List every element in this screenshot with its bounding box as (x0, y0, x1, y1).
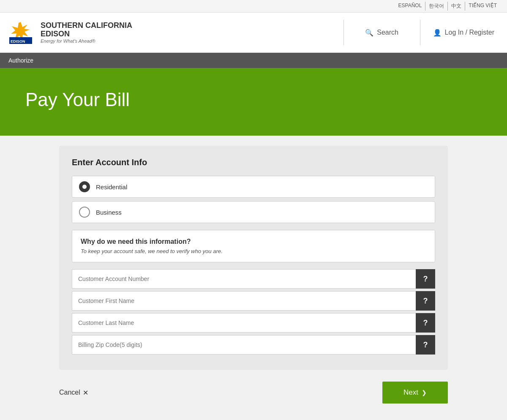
language-bar: ESPAÑOL 한국어 中文 TIẾNG VIỆT (0, 0, 507, 13)
account-number-help-button[interactable]: ? (416, 269, 435, 289)
radio-business[interactable]: Business (72, 201, 435, 223)
search-label: Search (377, 29, 398, 36)
search-icon: 🔍 (365, 29, 373, 37)
company-name-line1: SOUTHERN CALIFORNIA (41, 22, 132, 30)
breadcrumb: Authorize (0, 53, 507, 68)
last-name-help-button[interactable]: ? (416, 313, 435, 333)
first-name-row: ? (72, 291, 435, 311)
cancel-x-icon: ✕ (83, 389, 88, 397)
svg-text:EDISON: EDISON (11, 39, 25, 44)
lang-espanol[interactable]: ESPAÑOL (395, 2, 426, 11)
cancel-button[interactable]: Cancel ✕ (59, 385, 88, 400)
next-label: Next (403, 388, 418, 397)
zip-code-input[interactable] (72, 335, 435, 355)
breadcrumb-text: Authorize (8, 57, 33, 64)
hero-banner: Pay Your Bill (0, 68, 507, 136)
logo-text: SOUTHERN CALIFORNIA EDISON Energy for Wh… (41, 22, 132, 44)
lang-vietnamese[interactable]: TIẾNG VIỆT (465, 2, 500, 11)
first-name-input[interactable] (72, 291, 435, 311)
info-body: To keep your account safe, we need to ve… (81, 248, 426, 254)
form-card: Enter Account Info Residential Business … (59, 146, 448, 370)
radio-business-label: Business (96, 209, 122, 216)
lang-korean[interactable]: 한국어 (425, 2, 448, 11)
action-bar: Cancel ✕ Next ❯ (51, 382, 456, 404)
account-number-row: ? (72, 269, 435, 289)
cancel-label: Cancel (59, 389, 80, 396)
login-label: Log In / Register (445, 29, 494, 36)
site-header: EDISON SOUTHERN CALIFORNIA EDISON Energy… (0, 13, 507, 53)
info-heading: Why do we need this information? (81, 238, 426, 245)
last-name-input[interactable] (72, 313, 435, 333)
lang-chinese[interactable]: 中文 (448, 2, 465, 11)
login-section[interactable]: 👤 Log In / Register (420, 29, 507, 37)
sce-logo-icon: EDISON (8, 20, 33, 45)
next-chevron-icon: ❯ (422, 389, 427, 396)
main-content: Enter Account Info Residential Business … (51, 146, 456, 370)
radio-business-circle (79, 207, 90, 218)
account-number-input[interactable] (72, 269, 435, 289)
search-section[interactable]: 🔍 Search (344, 29, 420, 37)
radio-residential-label: Residential (96, 183, 127, 191)
radio-residential-circle (79, 181, 90, 192)
page-title: Pay Your Bill (25, 89, 130, 110)
form-heading: Enter Account Info (72, 158, 435, 167)
first-name-help-button[interactable]: ? (416, 291, 435, 311)
info-box: Why do we need this information? To keep… (72, 230, 435, 262)
radio-residential[interactable]: Residential (72, 176, 435, 198)
last-name-row: ? (72, 313, 435, 333)
zip-code-help-button[interactable]: ? (416, 335, 435, 355)
person-icon: 👤 (433, 29, 442, 37)
company-name-line2: EDISON (41, 30, 132, 38)
sce-logo[interactable]: EDISON SOUTHERN CALIFORNIA EDISON Energy… (8, 20, 132, 45)
next-button[interactable]: Next ❯ (382, 382, 448, 404)
company-tagline: Energy for What's Ahead® (41, 38, 132, 44)
logo-section: EDISON SOUTHERN CALIFORNIA EDISON Energy… (0, 20, 343, 45)
zip-code-row: ? (72, 335, 435, 355)
